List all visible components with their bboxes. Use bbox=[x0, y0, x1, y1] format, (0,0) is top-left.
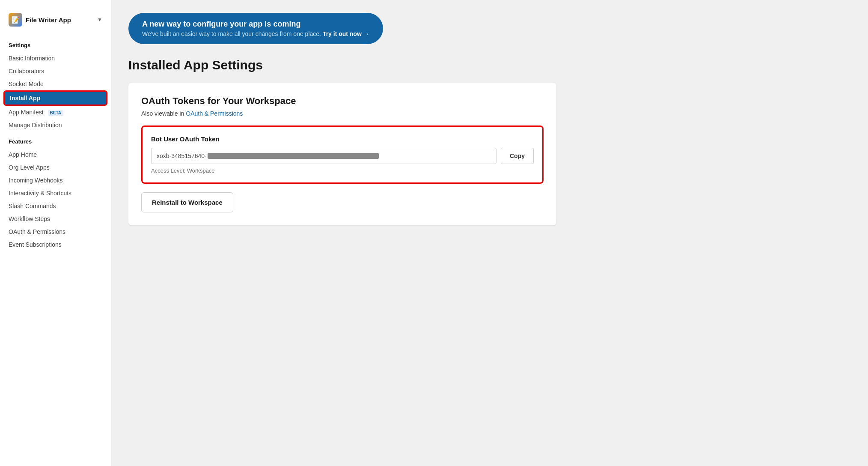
sidebar-item-manage-distribution[interactable]: Manage Distribution bbox=[0, 119, 111, 131]
sidebar-item-collaborators[interactable]: Collaborators bbox=[0, 65, 111, 78]
token-label: Bot User OAuth Token bbox=[151, 135, 534, 143]
features-section-title: Features bbox=[0, 131, 111, 148]
sidebar-item-oauth-permissions[interactable]: OAuth & Permissions bbox=[0, 225, 111, 238]
sidebar-item-app-home[interactable]: App Home bbox=[0, 148, 111, 161]
sidebar-item-event-subscriptions[interactable]: Event Subscriptions bbox=[0, 238, 111, 251]
sidebar-item-interactivity-shortcuts[interactable]: Interactivity & Shortcuts bbox=[0, 187, 111, 200]
app-name: File Writer App bbox=[26, 16, 94, 24]
token-box: Bot User OAuth Token xoxb-3485157640- Co… bbox=[141, 125, 544, 184]
app-selector[interactable]: 📝 File Writer App ▼ bbox=[0, 9, 111, 35]
sidebar-item-org-level-apps[interactable]: Org Level Apps bbox=[0, 161, 111, 174]
banner-subtitle-text: We've built an easier way to make all yo… bbox=[142, 30, 321, 37]
settings-section-title: Settings bbox=[0, 35, 111, 52]
sidebar-item-slash-commands[interactable]: Slash Commands bbox=[0, 200, 111, 212]
app-icon-emoji: 📝 bbox=[11, 16, 20, 24]
token-prefix: xoxb-3485157640- bbox=[157, 152, 207, 159]
card-subtitle-text: Also viewable in bbox=[141, 110, 186, 117]
sidebar: 📝 File Writer App ▼ Settings Basic Infor… bbox=[0, 0, 111, 466]
main-content: A new way to configure your app is comin… bbox=[111, 0, 868, 466]
banner-subtitle: We've built an easier way to make all yo… bbox=[142, 30, 369, 37]
banner-try-now[interactable]: Try it out now → bbox=[323, 30, 369, 37]
access-level: Access Level: Workspace bbox=[151, 167, 534, 174]
token-redacted bbox=[208, 153, 379, 159]
copy-button[interactable]: Copy bbox=[501, 148, 534, 164]
token-input-row: xoxb-3485157640- Copy bbox=[151, 148, 534, 164]
reinstall-button[interactable]: Reinstall to Workspace bbox=[141, 192, 233, 212]
sidebar-item-socket-mode[interactable]: Socket Mode bbox=[0, 78, 111, 90]
beta-badge: BETA bbox=[48, 110, 63, 116]
installed-app-settings-card: OAuth Tokens for Your Workspace Also vie… bbox=[128, 83, 556, 225]
sidebar-item-incoming-webhooks[interactable]: Incoming Webhooks bbox=[0, 174, 111, 187]
page-title: Installed App Settings bbox=[128, 58, 851, 72]
app-icon: 📝 bbox=[9, 13, 22, 27]
oauth-permissions-link[interactable]: OAuth & Permissions bbox=[186, 110, 243, 117]
banner: A new way to configure your app is comin… bbox=[128, 13, 383, 44]
banner-title: A new way to configure your app is comin… bbox=[142, 20, 369, 29]
sidebar-item-basic-information[interactable]: Basic Information bbox=[0, 52, 111, 65]
card-subtitle: Also viewable in OAuth & Permissions bbox=[141, 110, 544, 117]
chevron-down-icon: ▼ bbox=[97, 17, 102, 23]
sidebar-item-workflow-steps[interactable]: Workflow Steps bbox=[0, 212, 111, 225]
card-section-title: OAuth Tokens for Your Workspace bbox=[141, 96, 544, 107]
token-value-container: xoxb-3485157640- bbox=[151, 148, 496, 164]
sidebar-item-install-app[interactable]: Install App bbox=[3, 90, 107, 106]
sidebar-item-app-manifest[interactable]: App Manifest BETA bbox=[0, 106, 111, 119]
